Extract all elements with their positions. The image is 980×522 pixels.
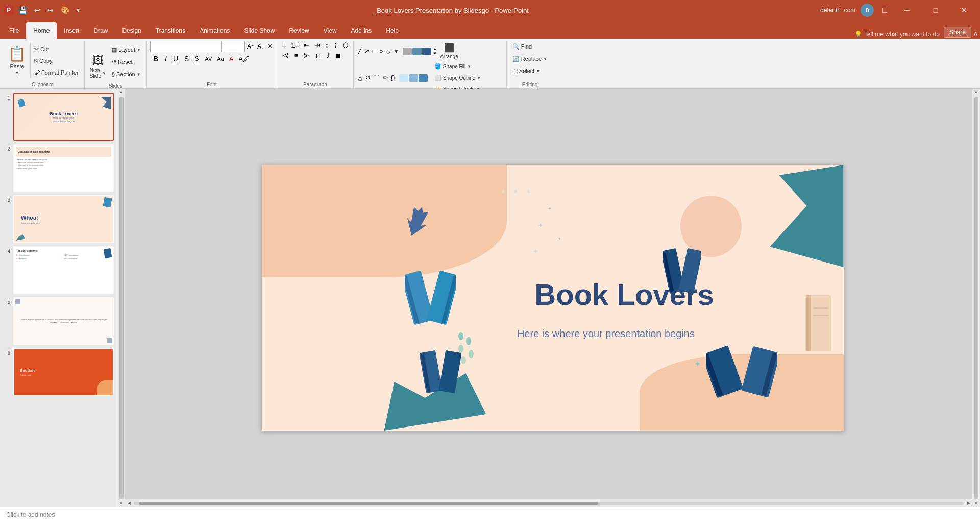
bullets-button[interactable]: ≡ [280,41,288,50]
slide-thumb-4[interactable]: 4 Table of Contents 01 Introduction 02 P… [3,246,114,294]
text-highlight-button[interactable]: A🖊 [236,54,252,64]
tab-animations[interactable]: Animations [192,22,237,39]
slide-image-3[interactable]: Whoa! Some text goes here [13,195,114,243]
quick-styles-dropdown[interactable]: ▲▼ [433,46,437,56]
search-label[interactable]: Tell me what you want to do [864,31,940,38]
tab-review[interactable]: Review [282,22,316,39]
align-left-button[interactable]: ⫷ [280,51,291,60]
triangle-tool[interactable]: △ [357,74,363,82]
qs-cell-3[interactable] [422,48,431,55]
slide-thumb-1[interactable]: 1 Book Lovers Here is where your present… [3,93,114,141]
slide-thumb-5[interactable]: 5 "This is a quote. Words full of wisdom… [3,297,114,345]
tab-draw[interactable]: Draw [86,22,115,39]
numbering-button[interactable]: 1≡ [289,41,301,50]
scroll-thumb-h[interactable] [139,502,598,505]
font-color-button[interactable]: A [227,54,236,64]
rect-tool[interactable]: □ [372,47,377,55]
tab-design[interactable]: Design [115,22,148,39]
qs-cell-2[interactable] [412,48,422,55]
select-button[interactable]: ⬚ Select ▼ [510,65,543,77]
text-direction-button[interactable]: ⤴ [325,51,332,60]
scroll-up-button[interactable]: ▲ [117,89,125,96]
find-button[interactable]: 🔍 Find [510,41,534,52]
italic-button[interactable]: I [162,54,169,64]
slide-image-2[interactable]: Contents of This Template Section title … [13,144,114,192]
share-button[interactable]: Share [944,27,971,38]
slide-image-4[interactable]: Table of Contents 01 Introduction 02 Pre… [13,246,114,294]
tab-insert[interactable]: Insert [57,22,86,39]
curved-arrow-tool[interactable]: ↺ [364,74,372,82]
scroll-right-button[interactable]: ▶ [965,499,972,507]
align-center-button[interactable]: ≡ [292,51,300,60]
undo-button[interactable]: ↩ [32,6,42,14]
arrow-tool[interactable]: ↗ [363,47,371,55]
scroll-left-button[interactable]: ◀ [125,499,133,507]
scroll-thumb-v[interactable] [119,97,124,499]
tab-addins[interactable]: Add-ins [344,22,379,39]
font-size-input[interactable] [223,41,245,52]
increase-indent-button[interactable]: ⇥ [312,41,322,50]
qs-cell-1[interactable] [403,48,412,55]
slide-image-5[interactable]: "This is a quote. Words full of wisdom t… [13,297,114,345]
paste-button[interactable]: 📋 Paste ▼ [4,42,31,78]
slide-image-6[interactable]: Section Subtitle text [13,348,114,396]
tab-file[interactable]: File [2,22,26,39]
diamond-tool[interactable]: ◇ [385,47,391,55]
change-case-button[interactable]: Aa [215,55,226,63]
decrease-indent-button[interactable]: ⇤ [302,41,311,50]
notes-bar[interactable]: Click to add notes [0,507,980,522]
align-text-button[interactable]: ≣ [333,51,343,60]
redo-button[interactable]: ↪ [45,6,56,14]
customize-button[interactable]: 🎨 [59,6,71,14]
slide-thumb-3[interactable]: 3 Whoa! Some text goes here [3,195,114,243]
tab-slideshow[interactable]: Slide Show [237,22,282,39]
underline-button[interactable]: U [170,54,181,64]
format-painter-button[interactable]: 🖌 Format Painter [32,67,81,78]
scroll-down-right-button[interactable]: ▼ [972,500,980,507]
notes-placeholder[interactable]: Click to add notes [6,511,55,518]
tab-view[interactable]: View [316,22,344,39]
character-spacing-button[interactable]: AV [203,55,214,63]
slide-title[interactable]: Book Lovers [534,277,714,312]
shape-fill-button[interactable]: 🪣 Shape Fill ▼ [432,61,483,72]
section-button[interactable]: § Section ▼ [109,68,143,80]
slide-subtitle[interactable]: Here is where your presentation begins [517,328,695,340]
reset-button[interactable]: ↺ Reset [109,56,143,67]
dropdown-button[interactable]: ▼ [75,8,82,13]
font-family-input[interactable] [150,41,222,52]
slide-thumb-6[interactable]: 6 Section Subtitle text [3,348,114,396]
copy-button[interactable]: ⎘ Copy [32,55,81,66]
scroll-thumb-v-right[interactable] [974,97,978,499]
ribbon-display-button[interactable]: □ [879,6,890,15]
slide-canvas[interactable]: • • • ✦ ✦ ✦ ✦ ✦ Book Lovers Here is wher… [262,165,844,431]
bold-button[interactable]: B [150,54,161,64]
save-button[interactable]: 💾 [16,6,29,14]
freeform-tool[interactable]: ✏ [382,74,389,82]
maximize-button[interactable]: □ [924,0,947,20]
new-slide-button[interactable]: 🖼 NewSlide ▼ [88,44,108,80]
connector-tool[interactable]: ⌒ [373,73,381,83]
line-spacing-button[interactable]: ↕ [323,41,331,50]
decrease-font-button[interactable]: A↓ [256,43,265,50]
tab-help[interactable]: Help [379,22,406,39]
scroll-down-button[interactable]: ▼ [117,500,125,507]
slide-image-1[interactable]: Book Lovers Here is where your presentat… [13,93,114,141]
brace-tool[interactable]: {} [390,74,396,82]
user-avatar[interactable]: D [861,4,874,17]
minimize-button[interactable]: ─ [895,0,919,20]
collapse-ribbon-button[interactable]: ∧ [973,30,978,37]
columns-button[interactable]: ⫶ [332,41,339,50]
qs-cell-5[interactable] [409,74,418,82]
scroll-up-right-button[interactable]: ▲ [972,89,980,96]
layout-button[interactable]: ▦ Layout ▼ [109,44,143,55]
replace-button[interactable]: 🔄 Replace ▼ [510,53,550,64]
close-button[interactable]: ✕ [952,0,976,20]
shape-outline-button[interactable]: ⬜ Shape Outline ▼ [432,72,483,83]
justify-button[interactable]: ⫼ [313,51,324,60]
smartart-button[interactable]: ⬡ [340,41,350,50]
qs-cell-6[interactable] [419,74,428,82]
strikethrough-button[interactable]: S [182,54,191,64]
line-tool[interactable]: ╱ [357,47,362,55]
arrange-button[interactable]: ⬛ Arrange [438,41,460,61]
shadow-button[interactable]: S̲ [192,54,202,63]
